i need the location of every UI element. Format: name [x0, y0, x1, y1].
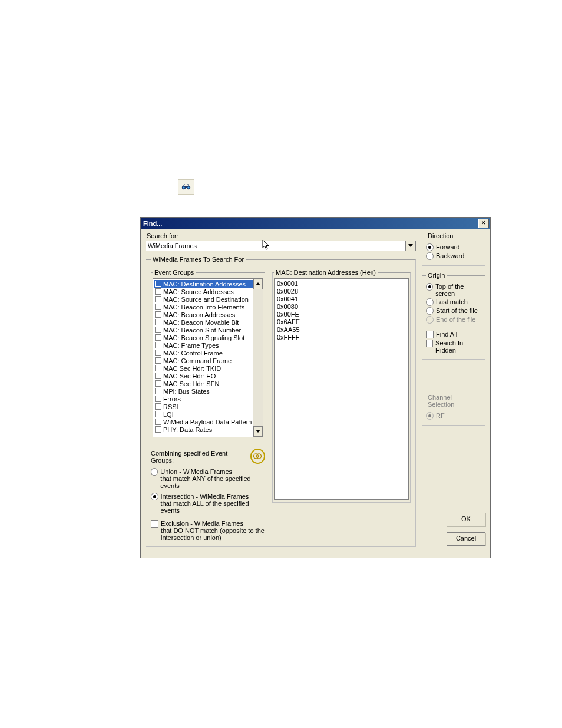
- origin-fieldset: Origin Top of the screenLast matchStart …: [422, 272, 485, 360]
- checkbox-icon: [155, 373, 161, 379]
- event-group-label: WiMedia Payload Data Pattern: [163, 419, 252, 426]
- event-group-label: MAC: Destination Addresses: [163, 281, 246, 288]
- scroll-up-button[interactable]: [253, 279, 263, 289]
- event-groups-fieldset: Event Groups MAC: Destination AddressesM…: [151, 269, 265, 440]
- find-dialog: Find... ✕ Search for: WiMedia Frames To …: [140, 217, 491, 558]
- address-value-item[interactable]: 0x6AFE: [277, 318, 406, 326]
- cancel-button[interactable]: Cancel: [447, 532, 485, 546]
- event-groups-legend: Event Groups: [153, 269, 196, 276]
- event-group-label: MAC Sec Hdr: EO: [163, 373, 216, 380]
- event-group-item[interactable]: MAC Sec Hdr: SFN: [154, 380, 253, 387]
- event-group-label: PHY: Data Rates: [163, 426, 212, 433]
- checkbox-icon: [155, 419, 161, 425]
- event-group-label: MPI: Bus States: [163, 388, 210, 395]
- direction-fieldset: Direction Forward Backward: [422, 232, 485, 266]
- address-value-item[interactable]: 0x0001: [277, 280, 406, 288]
- exclusion-checkbox[interactable]: Exclusion - WiMedia Frames that DO NOT m…: [151, 519, 265, 542]
- event-group-item[interactable]: MAC: Beacon Info Elements: [154, 303, 253, 311]
- checkbox-icon: [155, 319, 161, 325]
- search-params-legend: WiMedia Frames To Search For: [151, 256, 246, 263]
- event-group-item[interactable]: LQI: [154, 410, 253, 418]
- channel-selection-legend: Channel Selection: [426, 394, 481, 408]
- checkbox-icon: [155, 342, 161, 348]
- event-group-item[interactable]: MAC: Source Addresses: [154, 288, 253, 295]
- checkbox-icon: [155, 288, 161, 295]
- event-group-label: RSSI: [163, 403, 178, 410]
- event-group-label: MAC: Frame Types: [163, 342, 219, 349]
- event-group-label: MAC: Beacon Movable Bit: [163, 319, 239, 326]
- find-toolbar-icon[interactable]: [178, 179, 194, 195]
- event-group-item[interactable]: MAC: Control Frame: [154, 349, 253, 357]
- origin-option[interactable]: Start of the file: [426, 307, 481, 315]
- search-params-fieldset: WiMedia Frames To Search For Event Group…: [146, 256, 416, 547]
- checkbox-icon: [155, 296, 161, 302]
- event-group-label: MAC: Control Frame: [163, 350, 223, 357]
- find-all-checkbox[interactable]: Find All: [426, 330, 481, 339]
- event-group-item[interactable]: MAC: Beacon Movable Bit: [154, 318, 253, 326]
- event-group-label: MAC: Beacon Info Elements: [163, 304, 244, 311]
- checkbox-icon: [155, 304, 161, 310]
- search-hidden-checkbox[interactable]: Search In Hidden: [426, 339, 481, 354]
- event-group-label: MAC Sec Hdr: SFN: [163, 380, 219, 387]
- checkbox-icon: [155, 426, 161, 433]
- svg-point-6: [257, 454, 262, 459]
- ok-button[interactable]: OK: [447, 513, 485, 526]
- address-value-item[interactable]: 0x0080: [277, 303, 406, 311]
- checkbox-icon: [155, 396, 161, 402]
- event-group-label: Errors: [163, 396, 181, 403]
- union-radio[interactable]: Union - WiMedia Frames that match ANY of…: [151, 467, 265, 490]
- titlebar: Find... ✕: [141, 218, 490, 229]
- event-group-item[interactable]: MPI: Bus States: [154, 387, 253, 395]
- event-group-label: MAC: Source Addresses: [163, 288, 234, 295]
- close-button[interactable]: ✕: [478, 219, 489, 228]
- rf-radio: RF: [426, 411, 481, 420]
- event-group-item[interactable]: MAC: Destination Addresses: [154, 280, 253, 288]
- address-value-item[interactable]: 0x0028: [277, 288, 406, 295]
- svg-point-2: [183, 186, 184, 188]
- event-group-item[interactable]: MAC: Frame Types: [154, 341, 253, 349]
- checkbox-icon: [155, 411, 161, 417]
- event-group-item[interactable]: MAC: Beacon Signaling Slot: [154, 334, 253, 341]
- search-for-dropdown-button[interactable]: [406, 241, 416, 251]
- address-value-item[interactable]: 0x0041: [277, 295, 406, 303]
- event-group-item[interactable]: MAC Sec Hdr: TKID: [154, 364, 253, 372]
- event-group-item[interactable]: MAC: Beacon Addresses: [154, 311, 253, 318]
- origin-option[interactable]: Top of the screen: [426, 282, 481, 298]
- event-group-item[interactable]: MAC: Beacon Slot Number: [154, 326, 253, 334]
- event-group-item[interactable]: PHY: Data Rates: [154, 426, 253, 433]
- address-values-listbox[interactable]: 0x00010x00280x00410x00800x00FE0x6AFE0xAA…: [274, 278, 409, 500]
- event-group-label: MAC Sec Hdr: TKID: [163, 365, 221, 372]
- event-group-item[interactable]: WiMedia Payload Data Pattern: [154, 418, 253, 426]
- event-group-item[interactable]: MAC Sec Hdr: EO: [154, 372, 253, 380]
- checkbox-icon: [155, 311, 161, 318]
- backward-radio[interactable]: Backward: [426, 252, 481, 261]
- origin-option[interactable]: Last match: [426, 298, 481, 307]
- origin-option: End of the file: [426, 315, 481, 324]
- checkbox-icon: [155, 365, 161, 371]
- address-value-item[interactable]: 0xFFFF: [277, 334, 406, 341]
- search-for-combobox[interactable]: [146, 241, 406, 251]
- scroll-down-button[interactable]: [253, 426, 263, 437]
- svg-point-3: [187, 186, 189, 188]
- checkbox-icon: [155, 403, 161, 410]
- event-group-label: MAC: Beacon Addresses: [163, 311, 235, 318]
- event-group-item[interactable]: MAC: Command Frame: [154, 357, 253, 364]
- event-group-label: MAC: Source and Destination: [163, 296, 249, 303]
- address-value-item[interactable]: 0xAA55: [277, 326, 406, 334]
- venn-icon: [250, 449, 266, 464]
- address-value-item[interactable]: 0x00FE: [277, 311, 406, 318]
- checkbox-icon: [155, 357, 161, 364]
- intersection-radio[interactable]: Intersection - WiMedia Frames that match…: [151, 492, 265, 515]
- checkbox-icon: [155, 281, 161, 287]
- event-group-item[interactable]: RSSI: [154, 403, 253, 410]
- channel-selection-fieldset: Channel Selection RF: [422, 394, 485, 426]
- event-group-label: LQI: [163, 411, 174, 418]
- event-group-item[interactable]: Errors: [154, 395, 253, 403]
- event-group-item[interactable]: MAC: Source and Destination: [154, 295, 253, 303]
- checkbox-icon: [155, 380, 161, 387]
- window-title: Find...: [143, 220, 162, 227]
- event-groups-listbox[interactable]: MAC: Destination AddressesMAC: Source Ad…: [153, 278, 263, 437]
- forward-radio[interactable]: Forward: [426, 243, 481, 252]
- event-groups-scrollbar[interactable]: [253, 279, 263, 437]
- event-group-label: MAC: Command Frame: [163, 357, 232, 364]
